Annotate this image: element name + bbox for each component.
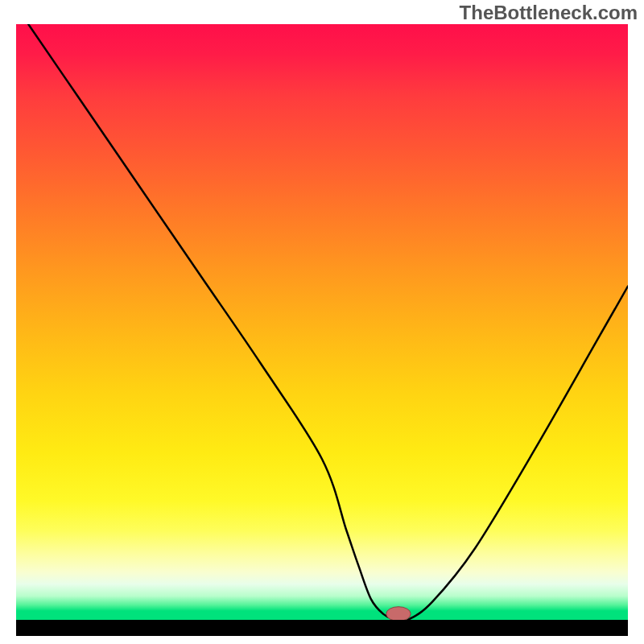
plot-area	[16, 24, 628, 620]
x-axis-strip	[16, 620, 628, 636]
curve-layer	[16, 24, 628, 620]
chart-frame	[16, 24, 628, 636]
watermark-text: TheBottleneck.com	[460, 2, 638, 24]
optimal-point-marker	[386, 607, 411, 620]
bottleneck-curve-line	[28, 24, 628, 620]
chart-container: TheBottleneck.com	[0, 0, 644, 644]
